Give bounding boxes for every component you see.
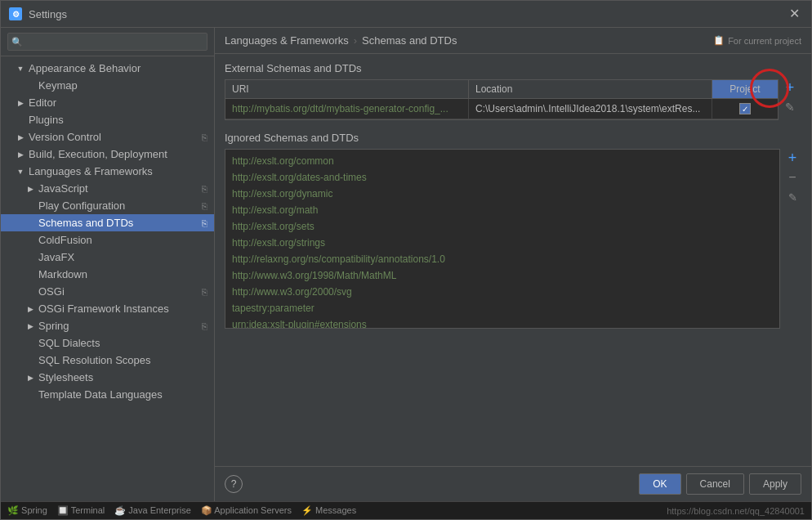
status-messages[interactable]: ⚡ Messages: [301, 505, 356, 516]
sidebar-item-play-config[interactable]: Play Configuration ⎘: [1, 197, 214, 214]
sidebar-item-sql-dialects[interactable]: SQL Dialects: [1, 334, 214, 352]
list-item[interactable]: urn:idea:xslt-plugin#extensions: [225, 316, 779, 329]
tree-arrow-schemas: [25, 218, 35, 228]
cancel-button[interactable]: Cancel: [686, 473, 744, 495]
sidebar-item-sql-res[interactable]: SQL Resolution Scopes: [1, 352, 214, 369]
window-title: Settings: [29, 8, 67, 20]
sidebar-item-plugins[interactable]: Plugins: [1, 111, 214, 128]
tree-arrow-build: [16, 150, 25, 159]
tree-arrow-css: [25, 373, 35, 383]
project-checkbox[interactable]: ✓: [739, 103, 751, 114]
sidebar-item-markdown[interactable]: Markdown: [1, 266, 214, 283]
tree-arrow-plugins: [16, 115, 25, 125]
sidebar-item-label: Schemas and DTDs: [38, 217, 133, 229]
tree-arrow-keymap: [25, 81, 35, 91]
table-header: URI Location Project: [225, 80, 778, 99]
title-bar: ⚙ Settings ✕: [1, 1, 811, 28]
ignored-section-title: Ignored Schemas and DTDs: [225, 132, 801, 144]
sidebar-item-appearance[interactable]: Appearance & Behavior: [1, 60, 214, 77]
add-external-btn[interactable]: +: [782, 79, 798, 96]
external-actions: + ✎: [779, 79, 801, 115]
schema-table-wrapper: URI Location Project http://mybatis.org/…: [225, 79, 801, 120]
panel-content: External Schemas and DTDs URI Location P…: [215, 54, 811, 466]
ok-button[interactable]: OK: [639, 473, 680, 495]
cell-project[interactable]: ✓: [712, 99, 778, 119]
status-terminal[interactable]: 🔲 Terminal: [57, 505, 105, 516]
status-spring[interactable]: 🌿 Spring: [7, 505, 47, 516]
apply-button[interactable]: Apply: [749, 473, 801, 495]
table-row[interactable]: http://mybatis.org/dtd/mybatis-generator…: [225, 99, 778, 119]
sidebar-item-label: Spring: [38, 320, 69, 332]
sidebar-item-label: Template Data Languages: [38, 388, 163, 401]
status-java-enterprise[interactable]: ☕ Java Enterprise: [114, 505, 190, 516]
search-wrapper: 🔍: [7, 33, 207, 51]
tree-arrow-cf: [25, 235, 35, 245]
col-header-location: Location: [469, 80, 712, 98]
list-item[interactable]: tapestry:parameter: [225, 300, 779, 316]
edit-ignored-btn[interactable]: ✎: [783, 188, 801, 206]
search-box: 🔍: [1, 28, 214, 56]
sidebar-item-label: Appearance & Behavior: [29, 62, 141, 74]
blog-link: https://blog.csdn.net/qq_42840001: [667, 506, 805, 516]
search-icon: 🔍: [11, 37, 23, 47]
bottom-bar: ? OK Cancel Apply: [215, 466, 811, 501]
action-buttons: OK Cancel Apply: [639, 473, 801, 495]
list-item[interactable]: http://www.w3.org/1998/Math/MathML: [225, 267, 779, 284]
ignored-actions: + − ✎: [780, 149, 801, 329]
list-item[interactable]: http://exslt.org/math: [225, 202, 779, 218]
status-app-servers[interactable]: 📦 Application Servers: [201, 505, 292, 516]
ignored-list-container: http://exslt.org/common http://exslt.org…: [225, 149, 801, 329]
col-header-project: Project: [712, 80, 778, 98]
schema-table: URI Location Project http://mybatis.org/…: [225, 79, 779, 120]
list-item[interactable]: http://exslt.org/strings: [225, 235, 779, 251]
sidebar-item-osgi[interactable]: OSGi ⎘: [1, 283, 214, 300]
sidebar-item-javascript[interactable]: JavaScript ⎘: [1, 180, 214, 197]
list-item[interactable]: http://relaxng.org/ns/compatibility/anno…: [225, 251, 779, 267]
tree-arrow-spring: [25, 321, 35, 331]
sidebar-item-schemas[interactable]: Schemas and DTDs ⎘: [1, 214, 214, 231]
sidebar-item-coldfusion[interactable]: ColdFusion: [1, 231, 214, 249]
sidebar-item-spring[interactable]: Spring ⎘: [1, 317, 214, 334]
main-content: 🔍 Appearance & Behavior Keymap Editor: [1, 28, 811, 501]
tree-arrow-javafx: [25, 253, 35, 262]
sidebar-item-build[interactable]: Build, Execution, Deployment: [1, 146, 214, 163]
close-button[interactable]: ✕: [786, 6, 803, 22]
remove-ignored-btn[interactable]: −: [783, 168, 801, 186]
sidebar-item-languages[interactable]: Languages & Frameworks: [1, 163, 214, 180]
sidebar-item-stylesheets[interactable]: Stylesheets: [1, 369, 214, 386]
list-item[interactable]: http://exslt.org/common: [225, 153, 779, 169]
sidebar-item-label: Plugins: [29, 114, 64, 126]
copy-icon-play: ⎘: [202, 201, 207, 211]
copy-icon-vc: ⎘: [202, 132, 207, 142]
list-item[interactable]: http://exslt.org/sets: [225, 218, 779, 235]
sidebar-item-label: Keymap: [38, 79, 78, 92]
list-item[interactable]: http://exslt.org/dates-and-times: [225, 169, 779, 186]
breadcrumb-tag: 📋 For current project: [713, 35, 801, 46]
sidebar-tree: Appearance & Behavior Keymap Editor Plug…: [1, 56, 214, 501]
sidebar-item-template[interactable]: Template Data Languages: [1, 386, 214, 403]
tree-arrow-editor: [16, 98, 25, 108]
tree-arrow-js: [25, 184, 35, 194]
sidebar-item-javafx[interactable]: JavaFX: [1, 249, 214, 266]
sidebar-item-label: Stylesheets: [38, 371, 93, 383]
breadcrumb: Languages & Frameworks › Schemas and DTD…: [215, 28, 811, 54]
external-schemas-section: External Schemas and DTDs URI Location P…: [225, 62, 801, 120]
sidebar-item-label: Languages & Frameworks: [29, 165, 153, 177]
edit-external-btn[interactable]: ✎: [782, 99, 798, 115]
cell-uri: http://mybatis.org/dtd/mybatis-generator…: [225, 99, 469, 119]
copy-icon-schemas: ⎘: [202, 218, 207, 228]
ignored-schemas-section: Ignored Schemas and DTDs http://exslt.or…: [225, 132, 801, 458]
add-ignored-btn[interactable]: +: [783, 149, 801, 167]
tree-arrow-sql-res: [25, 356, 35, 365]
sidebar-item-keymap[interactable]: Keymap: [1, 77, 214, 94]
sidebar-item-label: Version Control: [29, 131, 101, 143]
list-item[interactable]: http://exslt.org/dynamic: [225, 186, 779, 202]
sidebar-item-label: SQL Resolution Scopes: [38, 354, 151, 366]
sidebar-item-version-control[interactable]: Version Control ⎘: [1, 128, 214, 146]
sidebar-item-editor[interactable]: Editor: [1, 94, 214, 111]
sidebar: 🔍 Appearance & Behavior Keymap Editor: [1, 28, 215, 501]
help-button[interactable]: ?: [225, 475, 243, 493]
search-input[interactable]: [7, 33, 207, 51]
sidebar-item-osgi-fw[interactable]: OSGi Framework Instances: [1, 300, 214, 317]
list-item[interactable]: http://www.w3.org/2000/svg: [225, 284, 779, 300]
